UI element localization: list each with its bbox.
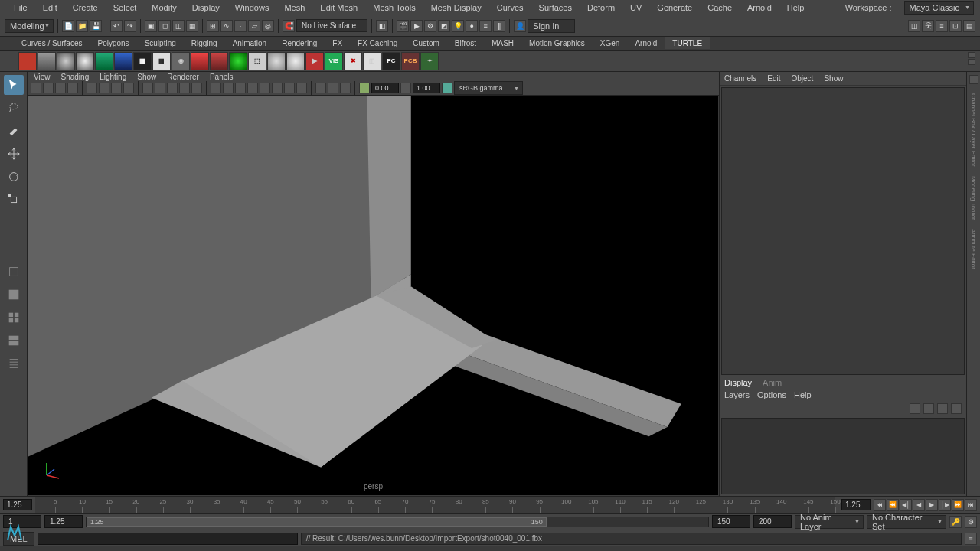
- shelf-btn-16[interactable]: ▶: [305, 52, 324, 70]
- menu-cache[interactable]: Cache: [700, 2, 740, 14]
- render-settings-button[interactable]: ⚙: [424, 20, 436, 32]
- panel-menu-panels[interactable]: Panels: [210, 73, 234, 81]
- menu-editmesh[interactable]: Edit Mesh: [312, 2, 365, 14]
- panel-menu-shading[interactable]: Shading: [61, 73, 90, 81]
- menu-meshtools[interactable]: Mesh Tools: [365, 2, 423, 14]
- snap-live-button[interactable]: ◎: [262, 20, 274, 32]
- expand2-button[interactable]: [340, 83, 351, 93]
- shelf-btn-12[interactable]: [229, 52, 247, 70]
- shelf-tab-motiongraphics[interactable]: Motion Graphics: [521, 37, 593, 49]
- menuset-dropdown[interactable]: Modeling: [5, 19, 54, 33]
- ssao-button[interactable]: [260, 83, 270, 93]
- shelf-tab-rendering[interactable]: Rendering: [274, 37, 325, 49]
- goto-start-button[interactable]: ⏮: [874, 499, 886, 511]
- textured-button[interactable]: [167, 83, 178, 93]
- move-tool[interactable]: [4, 144, 24, 164]
- film-gate-button[interactable]: [99, 83, 109, 93]
- goto-end-button[interactable]: ⏭: [965, 499, 977, 511]
- panel-menu-renderer[interactable]: Renderer: [167, 73, 199, 81]
- toggle-isolate-button[interactable]: ◧: [376, 20, 388, 32]
- signin-button[interactable]: Sign In: [528, 19, 575, 33]
- last-tool[interactable]: [4, 262, 24, 282]
- shelf-tab-animation[interactable]: Animation: [225, 37, 274, 49]
- snap-curve-button[interactable]: ∿: [220, 20, 233, 32]
- smooth-shade-button[interactable]: [155, 83, 165, 93]
- menu-mesh[interactable]: Mesh: [276, 2, 312, 14]
- exposure-input[interactable]: 0.00: [371, 83, 399, 93]
- panel-menu-show[interactable]: Show: [137, 73, 156, 81]
- light-editor-button[interactable]: 💡: [452, 20, 464, 32]
- step-forward-key-button[interactable]: ⏩: [952, 499, 964, 511]
- shelf-tab-arnold[interactable]: Arnold: [627, 37, 665, 49]
- menu-select[interactable]: Select: [106, 2, 145, 14]
- snap-grid-button[interactable]: ⊞: [207, 20, 219, 32]
- four-pane-button[interactable]: [4, 308, 24, 328]
- redo-button[interactable]: ↷: [124, 20, 136, 32]
- shelf-btn-15[interactable]: [286, 52, 305, 70]
- rail-modeling-tab[interactable]: Modeling Toolkit: [970, 176, 977, 220]
- select-hierarchy-button[interactable]: ▣: [145, 20, 157, 32]
- shelf-tab-rigging[interactable]: Rigging: [184, 37, 225, 49]
- shelf-btn-11[interactable]: [210, 52, 228, 70]
- shelf-tab-curves[interactable]: Curves / Surfaces: [14, 37, 90, 49]
- menu-curves[interactable]: Curves: [489, 2, 531, 14]
- shelf-tab-bifrost[interactable]: Bifrost: [447, 37, 484, 49]
- menu-uv[interactable]: UV: [622, 2, 649, 14]
- workspace-dropdown[interactable]: Maya Classic: [904, 1, 974, 15]
- shelf-btn-pc[interactable]: PC: [382, 52, 400, 70]
- motion-blur-button[interactable]: [272, 83, 283, 93]
- layer-menu-layers[interactable]: Layers: [724, 390, 750, 399]
- shelf-tab-turtle[interactable]: TURTLE: [665, 37, 710, 49]
- autokey-button[interactable]: 🔑: [949, 516, 962, 528]
- shelf-btn-5[interactable]: [95, 52, 113, 70]
- shelf-scroll-down[interactable]: [968, 59, 975, 65]
- hik-toggle-button[interactable]: 웃: [922, 20, 934, 32]
- menu-file[interactable]: File: [6, 2, 35, 14]
- viewport-3d[interactable]: persp: [28, 96, 718, 495]
- select-tool[interactable]: [4, 75, 24, 95]
- menu-arnold[interactable]: Arnold: [740, 2, 779, 14]
- shelf-btn-19[interactable]: ✦: [420, 52, 439, 70]
- menu-surfaces[interactable]: Surfaces: [531, 2, 580, 14]
- shelf-tab-xgen[interactable]: XGen: [593, 37, 628, 49]
- hypershade-button[interactable]: ●: [466, 20, 478, 32]
- range-bar[interactable]: 1.25 150: [87, 517, 547, 527]
- menu-display[interactable]: Display: [185, 2, 227, 14]
- select-component-button[interactable]: ◫: [172, 20, 185, 32]
- shelf-tab-fx[interactable]: FX: [325, 37, 350, 49]
- render-frame-button[interactable]: 🎬: [397, 20, 409, 32]
- render-view-button[interactable]: ◩: [438, 20, 450, 32]
- outliner-button[interactable]: [4, 354, 24, 373]
- rotate-tool[interactable]: [4, 167, 24, 187]
- shelf-tab-fxcaching[interactable]: FX Caching: [350, 37, 405, 49]
- shelf-btn-vis[interactable]: VIS: [325, 52, 343, 70]
- play-back-button[interactable]: ◀: [913, 499, 925, 511]
- colorspace-dropdown[interactable]: sRGB gamma: [454, 81, 523, 95]
- chan-tab-object[interactable]: Object: [792, 74, 814, 83]
- xray-button[interactable]: [223, 83, 234, 93]
- snap-plane-button[interactable]: ▱: [248, 20, 260, 32]
- shelf-scroll-up[interactable]: [968, 52, 975, 58]
- layer-new-selected-button[interactable]: [951, 403, 962, 414]
- shelf-btn-6[interactable]: [114, 52, 132, 70]
- play-forward-button[interactable]: ▶: [926, 499, 938, 511]
- shadows-button[interactable]: [191, 83, 202, 93]
- xray-comp-button[interactable]: [247, 83, 258, 93]
- layer-menu-options[interactable]: Options: [757, 390, 786, 399]
- layer-movedown-button[interactable]: [923, 403, 934, 414]
- menu-windows[interactable]: Windows: [227, 2, 277, 14]
- cmd-input[interactable]: [38, 533, 298, 545]
- chan-tab-edit[interactable]: Edit: [767, 74, 780, 83]
- anim-layer-dropdown[interactable]: No Anim Layer: [795, 515, 864, 529]
- modeling-toolkit-toggle[interactable]: ◫: [908, 20, 920, 32]
- shelf-btn-17[interactable]: ✖: [344, 52, 362, 70]
- gamma-input[interactable]: 1.00: [413, 83, 440, 93]
- save-scene-button[interactable]: 💾: [90, 20, 102, 32]
- resolution-gate-button[interactable]: [111, 83, 122, 93]
- wireframe-button[interactable]: [142, 83, 153, 93]
- shelf-tab-polygons[interactable]: Polygons: [90, 37, 136, 49]
- camera-attr-button[interactable]: [43, 83, 54, 93]
- character-set-dropdown[interactable]: No Character Set: [867, 515, 946, 529]
- ipr-render-button[interactable]: ▶: [410, 20, 423, 32]
- shelf-btn-10[interactable]: [191, 52, 209, 70]
